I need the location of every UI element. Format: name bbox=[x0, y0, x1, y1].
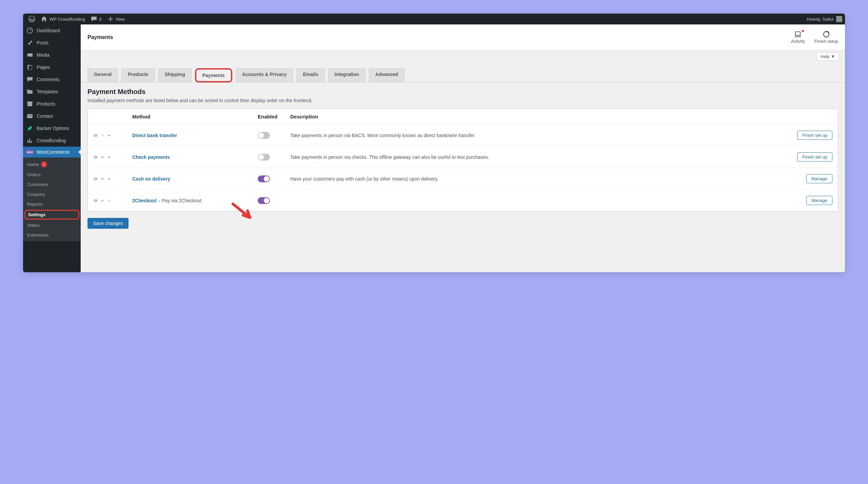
sidebar-media[interactable]: Media bbox=[23, 49, 81, 61]
help-button[interactable]: Help ▼ bbox=[817, 52, 839, 61]
wordpress-icon bbox=[28, 16, 35, 22]
table-row: Cash on delivery Have your customers pay… bbox=[88, 168, 838, 190]
comments-link[interactable]: 0 bbox=[88, 14, 104, 24]
chevron-down-icon bbox=[107, 155, 112, 160]
comments-count: 0 bbox=[99, 17, 102, 22]
chevron-up-icon bbox=[100, 155, 105, 160]
notification-badge: 1 bbox=[41, 161, 47, 167]
table-row: Check payments Take payments in person v… bbox=[88, 146, 838, 168]
tab-accounts-privacy[interactable]: Accounts & Privacy bbox=[236, 68, 293, 82]
finish-setup-button[interactable]: Finish setup bbox=[814, 31, 838, 44]
sidebar-label: Media bbox=[37, 52, 50, 58]
avatar[interactable] bbox=[836, 16, 842, 22]
sidebar-contact[interactable]: Contact bbox=[23, 110, 81, 122]
method-description: Have your customers pay with cash (or by… bbox=[290, 176, 783, 182]
comment-icon bbox=[26, 76, 33, 83]
method-description: Take payments in person via checks. This… bbox=[290, 154, 783, 160]
mail-icon bbox=[26, 113, 33, 119]
finish-setup-button[interactable]: Finish set up bbox=[797, 152, 832, 162]
svg-rect-5 bbox=[28, 66, 32, 70]
enable-toggle[interactable] bbox=[258, 132, 270, 139]
sidebar-products[interactable]: Products bbox=[23, 98, 81, 110]
drag-controls[interactable] bbox=[93, 198, 132, 203]
svg-rect-6 bbox=[27, 103, 32, 106]
chevron-up-icon bbox=[100, 198, 105, 203]
sidebar-dashboard[interactable]: Dashboard bbox=[23, 24, 81, 37]
drag-controls[interactable] bbox=[93, 176, 132, 181]
arrow-annotation bbox=[231, 202, 258, 223]
drag-controls[interactable] bbox=[93, 155, 132, 160]
enable-toggle[interactable] bbox=[258, 197, 270, 204]
method-description: Take payments in person via BACS. More c… bbox=[290, 133, 783, 138]
progress-icon bbox=[823, 31, 830, 38]
activity-button[interactable]: Activity bbox=[791, 31, 805, 44]
new-label: New bbox=[116, 17, 125, 22]
sidebar-label: Products bbox=[37, 101, 55, 107]
sidebar-label: Crowdfunding bbox=[37, 138, 66, 143]
chevron-up-icon bbox=[100, 176, 105, 181]
sidebar-templates[interactable]: Templates bbox=[23, 86, 81, 98]
enable-toggle[interactable] bbox=[258, 154, 270, 161]
submenu-extensions[interactable]: Extensions bbox=[23, 230, 81, 240]
tab-integration[interactable]: Integration bbox=[328, 68, 366, 82]
payment-methods-table: Method Enabled Description Direct bank t… bbox=[87, 109, 838, 212]
method-link[interactable]: 2Checkout bbox=[132, 198, 157, 203]
new-link[interactable]: New bbox=[104, 14, 127, 24]
drag-icon bbox=[93, 198, 98, 203]
drag-icon bbox=[93, 155, 98, 160]
manage-button[interactable]: Manage bbox=[806, 196, 832, 205]
inbox-icon bbox=[794, 31, 802, 38]
sidebar-label: Pages bbox=[37, 64, 50, 70]
pin-icon bbox=[26, 39, 33, 46]
tab-shipping[interactable]: Shipping bbox=[158, 68, 192, 82]
submenu-reports[interactable]: Reports bbox=[23, 199, 81, 209]
method-link[interactable]: Check payments bbox=[132, 154, 170, 160]
enable-toggle[interactable] bbox=[258, 175, 270, 182]
submenu-settings[interactable]: Settings bbox=[24, 210, 79, 220]
submenu-home[interactable]: Home 1 bbox=[23, 159, 81, 170]
submenu-status[interactable]: Status bbox=[23, 220, 81, 230]
chevron-down-icon bbox=[107, 176, 112, 181]
sidebar-backer-options[interactable]: Backer Options bbox=[23, 122, 81, 134]
comment-icon bbox=[91, 16, 97, 22]
chevron-down-icon bbox=[107, 198, 112, 203]
drag-icon bbox=[93, 176, 98, 181]
method-link[interactable]: Direct bank transfer bbox=[132, 133, 177, 138]
manage-button[interactable]: Manage bbox=[806, 174, 832, 183]
howdy-text[interactable]: Howdy, Saiful bbox=[807, 17, 833, 22]
section-title: Payment Methods bbox=[81, 82, 845, 98]
drag-controls[interactable] bbox=[93, 133, 132, 138]
sidebar-crowdfunding[interactable]: Crowdfunding bbox=[23, 134, 81, 147]
th-description: Description bbox=[290, 114, 783, 119]
sidebar-pages[interactable]: Pages bbox=[23, 61, 81, 73]
pages-icon bbox=[26, 64, 33, 71]
tab-emails[interactable]: Emails bbox=[296, 68, 324, 82]
submenu-customers[interactable]: Customers bbox=[23, 180, 81, 189]
method-suffix: – Pay via 2Checkout bbox=[157, 198, 201, 203]
leaf-icon bbox=[26, 125, 33, 132]
sidebar-posts[interactable]: Posts bbox=[23, 37, 81, 49]
tab-advanced[interactable]: Advanced bbox=[369, 68, 405, 82]
home-link[interactable]: WP Crowdfunding bbox=[38, 14, 88, 24]
sidebar-label: Templates bbox=[37, 89, 58, 94]
finish-setup-button[interactable]: Finish set up bbox=[797, 131, 832, 140]
submenu-orders[interactable]: Orders bbox=[23, 170, 81, 180]
woo-icon: woo bbox=[26, 149, 33, 155]
main-content: Payments Activity Finish setup Help ▼ Ge… bbox=[81, 24, 845, 272]
table-row: 2Checkout – Pay via 2Checkout Manage bbox=[88, 190, 838, 211]
tab-general[interactable]: General bbox=[87, 68, 118, 82]
svg-rect-3 bbox=[30, 53, 33, 57]
submenu-coupons[interactable]: Coupons bbox=[23, 189, 81, 199]
sidebar-comments[interactable]: Comments bbox=[23, 73, 81, 86]
method-link[interactable]: Cash on delivery bbox=[132, 176, 170, 182]
sidebar-woocommerce[interactable]: woo WooCommerce bbox=[23, 147, 81, 157]
sidebar-label: WooCommerce bbox=[37, 149, 70, 155]
svg-rect-7 bbox=[27, 101, 33, 103]
tab-payments[interactable]: Payments bbox=[195, 68, 232, 82]
chevron-up-icon bbox=[100, 133, 105, 138]
tab-products[interactable]: Products bbox=[121, 68, 155, 82]
table-header: Method Enabled Description bbox=[88, 109, 838, 125]
wp-logo[interactable] bbox=[26, 14, 38, 24]
drag-icon bbox=[93, 133, 98, 138]
save-changes-button[interactable]: Save changes bbox=[87, 218, 129, 229]
